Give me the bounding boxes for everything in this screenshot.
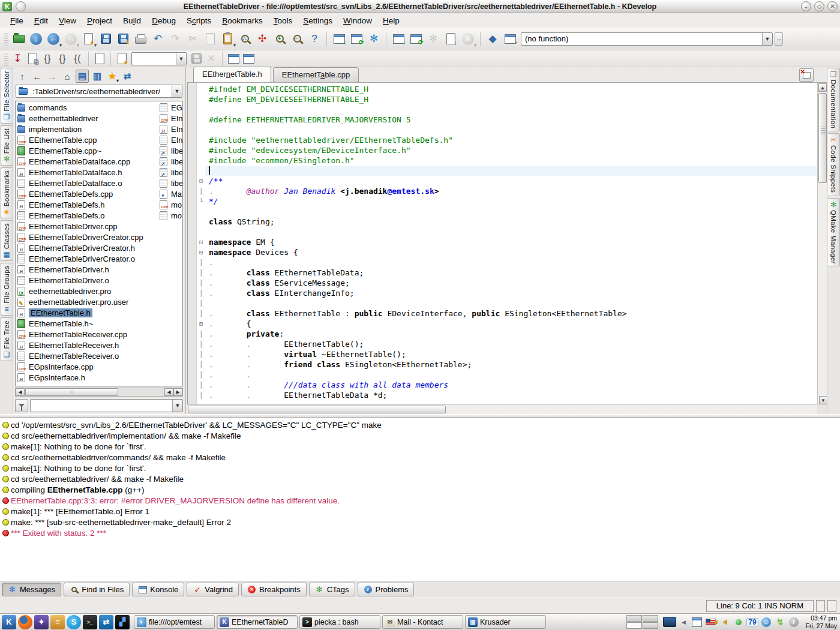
file-item[interactable]: EInt [160, 113, 183, 124]
menu-scripts[interactable]: Scripts [181, 14, 217, 27]
file-item[interactable]: EEthernetTableDataIface.h [17, 167, 143, 178]
tab-file-tree[interactable]: File Tree❏ [1, 317, 13, 361]
file-item[interactable]: EEthernetTableDriverCreator.cpp [17, 232, 143, 242]
tool-tab-konsole[interactable]: Konsole [132, 583, 184, 596]
konsole-launcher[interactable]: >_ [83, 615, 97, 629]
scroll-left-button[interactable]: ◀ [16, 388, 25, 396]
sticky-button[interactable] [16, 1, 26, 11]
tool-tab-ctags[interactable]: ✻CTags [309, 583, 355, 596]
code-line-19[interactable]: │. class EEthernetTableData; [197, 268, 817, 278]
code-line-16[interactable]: ⊟namespace EM { [197, 237, 817, 247]
dir-back-button[interactable]: ← [31, 70, 44, 83]
file-item[interactable]: libe [160, 167, 183, 178]
tool-tab-valgrind[interactable]: ➶Valgrind [187, 583, 239, 596]
editor-hscrollbar[interactable] [187, 404, 817, 414]
code-line-23[interactable]: │. class EEthernetTable : public EDevice… [197, 308, 817, 319]
dir-home-button[interactable]: ⌂ [61, 70, 74, 83]
code-view[interactable]: #ifndef EM_DEVICESEETHERNETTABLE_H#defin… [187, 83, 817, 404]
build-output-line[interactable]: cd src/eethernettabledriver/commands/ &&… [2, 452, 838, 463]
build-output-line[interactable]: cd src/eethernettabledriver/implementati… [2, 430, 838, 441]
code-line-4[interactable]: #define EETHERNETTABLEDRIVER_MAJORVERSIO… [197, 115, 817, 125]
zoom-in-button[interactable]: + [271, 31, 288, 47]
tab-bookmarks[interactable]: Bookmarks★ [1, 167, 13, 218]
tool-tab-breakpoints[interactable]: ✕Breakpoints [241, 583, 307, 596]
hscroll-thumb[interactable]: ⠿ [25, 388, 118, 396]
build-output-line[interactable]: make: *** [sub-src-eethernettabledriver-… [2, 517, 838, 527]
path-combo-dropdown[interactable]: ▼ [172, 85, 182, 97]
detailed-view-button[interactable]: ▥ [91, 70, 104, 83]
tray-collapse-button[interactable]: ◀ [679, 616, 688, 629]
toolbar-extender[interactable]: ↔ [775, 32, 783, 46]
file-item[interactable]: libe [160, 156, 183, 167]
code-line-25[interactable]: │. private: [197, 329, 817, 339]
bookmark-button[interactable]: ★▾ [106, 70, 119, 83]
back-button[interactable]: ←▾ [45, 31, 62, 47]
task-kdevelop[interactable]: KEEthernetTableD [217, 615, 298, 629]
build-output-line[interactable]: make[1]: Nothing to be done for `first'. [2, 441, 838, 452]
copy-block-button[interactable]: ⎘ [25, 52, 40, 66]
pager-desktop-1[interactable] [626, 615, 642, 622]
tool-tab-messages[interactable]: ✻Messages [2, 583, 61, 596]
find-button[interactable]: ∴ [236, 31, 253, 47]
file-item[interactable]: Mak [160, 188, 183, 199]
file-item[interactable]: EEthernetTableReceiver.o [17, 350, 143, 361]
tray-pin-icon[interactable] [733, 617, 743, 627]
menu-bookmarks[interactable]: Bookmarks [217, 14, 268, 27]
file-item[interactable]: implementation [17, 124, 143, 134]
code-line-3[interactable] [197, 104, 817, 115]
document-button[interactable] [92, 52, 107, 66]
menu-project[interactable]: Project [82, 14, 118, 27]
file-item[interactable]: libe [160, 178, 183, 188]
vscroll-thumb[interactable] [818, 93, 827, 183]
code-line-26[interactable]: │. . EEthernetTable(); [197, 339, 817, 349]
goto-declaration-button[interactable]: ↧ [10, 52, 25, 66]
debug-button[interactable]: ◆ [484, 31, 501, 47]
file-item[interactable]: commands [17, 102, 143, 113]
file-item[interactable]: EEthernetTable.h [17, 307, 143, 318]
show-desktop-button[interactable] [663, 617, 676, 627]
file-item[interactable]: eethernettabledriver.pro.user [17, 296, 143, 307]
minimize-button[interactable]: ⌄ [801, 1, 811, 11]
whats-this-button[interactable]: ? [306, 31, 323, 47]
menu-help[interactable]: Help [377, 14, 405, 27]
file-item[interactable]: EInt [160, 134, 183, 145]
skype-launcher[interactable]: S [67, 615, 81, 629]
code-line-13[interactable] [197, 206, 817, 217]
build-output-line[interactable]: cd src/eethernettabledriver/ && make -f … [2, 473, 838, 484]
tab-code-snippets[interactable]: ✂Code Snippets [828, 133, 840, 196]
menu-debug[interactable]: Debug [146, 14, 181, 27]
filter-combo[interactable]: ▼ [30, 399, 183, 412]
save-as-button[interactable]: ✎ [115, 31, 131, 47]
code-line-6[interactable]: #include "eethernettabledriver/EEthernet… [197, 135, 817, 145]
file-item[interactable]: eethernettabledriver [17, 113, 143, 124]
scroll-down-button[interactable]: ▼ [819, 396, 827, 404]
file-item[interactable]: EEthernetTableDefs.o [17, 210, 143, 221]
build-output-line[interactable]: cd '/opt/emtest/src_svn/Libs_2.6/EEthern… [2, 419, 838, 430]
file-item[interactable]: EEthernetTableDataIface.o [17, 178, 143, 188]
menu-file[interactable]: File [5, 14, 29, 27]
tray-kopete-icon[interactable]: ☺ [761, 617, 771, 627]
editor-vscrollbar[interactable]: ▲ ▼ [817, 83, 827, 404]
tab-documentation[interactable]: ❐Documentation [828, 68, 840, 131]
scroll-right-button[interactable]: ▶ [173, 388, 182, 396]
task-kontact[interactable]: ✉Mail - Kontact [382, 615, 463, 629]
task-krusader[interactable]: ▥Krusader [465, 615, 546, 629]
file-item[interactable]: EEthernetTableDriver.o [17, 275, 143, 286]
build-output-line[interactable]: make[1]: *** [EEthernetTable.o] Error 1 [2, 506, 838, 517]
compile-file-button[interactable]: ✻ [365, 31, 382, 47]
file-item[interactable]: EEthernetTableReceiver.h [17, 340, 143, 350]
taskbar-clock[interactable]: 03:47 pm Fri, 27 May [805, 614, 837, 629]
file-list-hscrollbar[interactable]: ◀ ⠿ ◀ ▶ [15, 388, 183, 397]
file-item[interactable]: mo [160, 199, 183, 210]
file-item[interactable]: EEthernetTable.cpp~ [17, 145, 143, 156]
build-error-line[interactable]: *** Exited with status: 2 *** [2, 527, 838, 538]
file-item[interactable]: EEthernetTableDriver.cpp [17, 221, 143, 232]
code-line-27[interactable]: │. . virtual ~EEthernetTable(); [197, 349, 817, 359]
scroll-left-button-2[interactable]: ◀ [164, 388, 173, 396]
file-item[interactable]: EEthernetTableDriverCreator.h [17, 242, 143, 253]
task-konsole[interactable]: >piecka : bash [299, 615, 380, 629]
code-line-21[interactable]: │. class EInterchangeInfo; [197, 288, 817, 298]
build-project-button[interactable]: ↓ [331, 31, 347, 47]
paste-button[interactable]: ▾ [219, 31, 236, 47]
zoom-out-button[interactable]: − [289, 31, 305, 47]
